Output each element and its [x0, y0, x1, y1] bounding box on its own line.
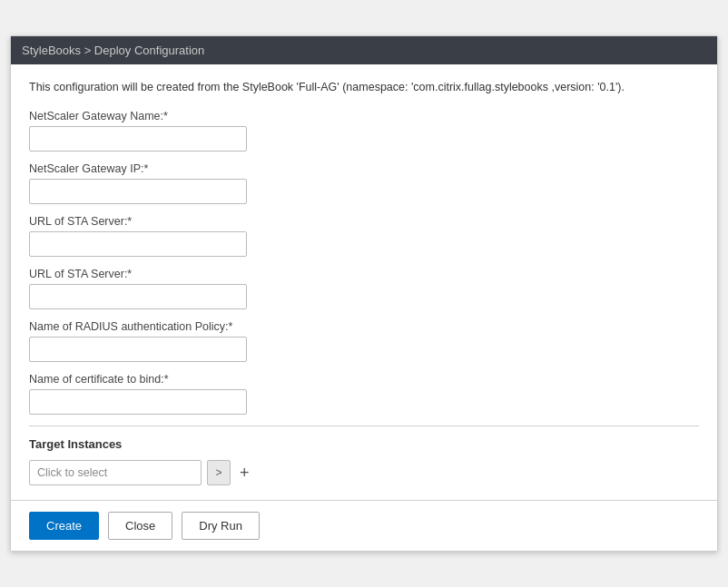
form-group-sta-server-1: URL of STA Server:* — [29, 215, 699, 257]
close-button[interactable]: Close — [108, 512, 172, 540]
target-select-placeholder: Click to select — [37, 466, 107, 479]
form-group-gateway-ip: NetScaler Gateway IP:* — [29, 162, 699, 204]
label-sta-server-2: URL of STA Server:* — [29, 268, 699, 280]
target-select-row: Click to select > + — [29, 460, 699, 485]
target-select-box[interactable]: Click to select — [29, 460, 202, 485]
label-gateway-ip: NetScaler Gateway IP:* — [29, 162, 699, 175]
title-bar: StyleBooks > Deploy Configuration — [11, 36, 717, 64]
arrow-button[interactable]: > — [207, 460, 231, 485]
footer: Create Close Dry Run — [11, 500, 717, 551]
arrow-icon: > — [215, 466, 221, 479]
form-fields: NetScaler Gateway Name:*NetScaler Gatewa… — [29, 110, 699, 415]
form-group-cert-bind: Name of certificate to bind:* — [29, 373, 699, 415]
label-radius-policy: Name of RADIUS authentication Policy:* — [29, 320, 699, 333]
plus-icon: + — [240, 464, 250, 482]
breadcrumb: StyleBooks > Deploy Configuration — [22, 44, 204, 57]
form-group-gateway-name: NetScaler Gateway Name:* — [29, 110, 699, 152]
input-sta-server-1[interactable] — [29, 231, 247, 257]
label-cert-bind: Name of certificate to bind:* — [29, 373, 699, 386]
label-sta-server-1: URL of STA Server:* — [29, 215, 699, 228]
input-sta-server-2[interactable] — [29, 284, 247, 309]
create-button[interactable]: Create — [29, 512, 99, 540]
info-text: This configuration will be created from … — [29, 79, 699, 96]
input-gateway-ip[interactable] — [29, 179, 247, 204]
target-instances-section: Target Instances Click to select > + — [29, 426, 699, 485]
form-group-sta-server-2: URL of STA Server:* — [29, 268, 699, 309]
main-window: StyleBooks > Deploy Configuration This c… — [10, 35, 718, 553]
target-instances-title: Target Instances — [29, 437, 699, 451]
input-radius-policy[interactable] — [29, 337, 247, 362]
input-cert-bind[interactable] — [29, 389, 247, 415]
label-gateway-name: NetScaler Gateway Name:* — [29, 110, 699, 122]
dry-run-button[interactable]: Dry Run — [182, 512, 260, 540]
form-group-radius-policy: Name of RADIUS authentication Policy:* — [29, 320, 699, 362]
plus-button[interactable]: + — [236, 465, 253, 481]
form-content: This configuration will be created from … — [11, 64, 717, 501]
input-gateway-name[interactable] — [29, 126, 247, 152]
